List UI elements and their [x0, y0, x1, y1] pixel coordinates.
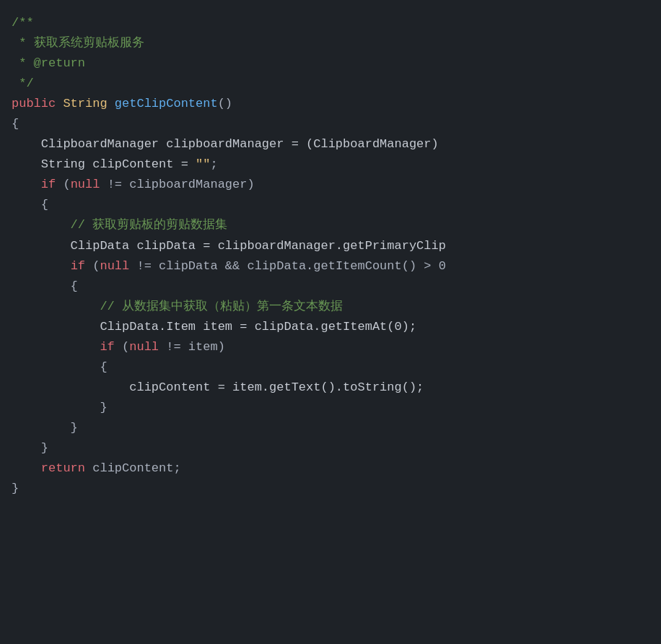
code-token: != clipData && clipData.getItemCount() >…: [129, 256, 446, 277]
code-token: (: [115, 337, 129, 357]
code-token-null: null: [129, 337, 159, 357]
code-token: (: [85, 256, 100, 277]
code-token-keyword: return: [41, 458, 85, 479]
code-token: }: [12, 398, 108, 418]
code-token: {: [12, 277, 78, 297]
code-line-6: {: [12, 114, 661, 134]
code-token: }: [12, 418, 78, 438]
code-line-24: }: [12, 479, 661, 499]
code-token: (: [56, 175, 70, 195]
code-line-10: {: [12, 195, 661, 215]
code-line-23: return clipContent;: [12, 458, 661, 479]
code-line-14: {: [12, 277, 661, 297]
code-line-17: if (null != item): [12, 337, 661, 357]
code-line-1: /**: [12, 13, 661, 33]
code-token: String clipContent =: [12, 155, 196, 175]
code-token: != clipboardManager): [100, 175, 254, 195]
code-token-type: String: [63, 94, 107, 114]
code-editor: /** * 获取系统剪贴板服务 * @return */ public Stri…: [0, 0, 661, 644]
code-line-12: ClipData clipData = clipboardManager.get…: [12, 236, 661, 256]
code-token-string: "": [196, 155, 210, 175]
code-token: [12, 256, 71, 277]
code-token: ClipData.Item item = clipData.getItemAt(…: [12, 317, 416, 337]
code-token-null: null: [100, 256, 129, 277]
code-token: ;: [210, 155, 217, 175]
code-token: /**: [12, 13, 34, 33]
code-token-method: getClipContent: [115, 94, 218, 114]
code-token: }: [12, 438, 48, 458]
code-token: [12, 337, 100, 357]
code-token: [12, 175, 41, 195]
code-line-22: }: [12, 438, 661, 458]
code-token: (): [218, 94, 232, 114]
code-line-8: String clipContent = "";: [12, 155, 661, 175]
code-token-comment: // 从数据集中获取（粘贴）第一条文本数据: [12, 297, 343, 317]
code-token: ClipboardManager clipboardManager = (Cli…: [12, 134, 439, 155]
code-token-keyword: public: [12, 94, 56, 114]
code-line-19: clipContent = item.getText().toString();: [12, 378, 661, 398]
code-token: ClipData clipData = clipboardManager.get…: [12, 236, 446, 256]
code-line-2: * 获取系统剪贴板服务: [12, 33, 661, 53]
code-token: {: [12, 195, 48, 215]
code-token-comment: // 获取剪贴板的剪贴数据集: [12, 215, 227, 235]
code-token-null: null: [71, 175, 100, 195]
code-token: {: [12, 114, 19, 134]
code-token: clipContent = item.getText().toString();: [12, 378, 424, 398]
code-line-7: ClipboardManager clipboardManager = (Cli…: [12, 134, 661, 155]
code-line-9: if (null != clipboardManager): [12, 175, 661, 195]
code-token-keyword: if: [41, 175, 56, 195]
code-line-15: // 从数据集中获取（粘贴）第一条文本数据: [12, 297, 661, 317]
code-line-18: {: [12, 357, 661, 378]
code-token: != item): [159, 337, 225, 357]
code-token-keyword: if: [100, 337, 114, 357]
code-token: [108, 94, 115, 114]
code-token: }: [12, 479, 19, 499]
code-line-20: }: [12, 398, 661, 418]
code-line-21: }: [12, 418, 661, 438]
code-line-5: public String getClipContent (): [12, 94, 661, 114]
code-token: * @return: [12, 53, 85, 74]
code-token-keyword: if: [71, 256, 85, 277]
code-line-11: // 获取剪贴板的剪贴数据集: [12, 215, 661, 235]
code-token: clipContent;: [85, 458, 181, 479]
code-line-4: */: [12, 74, 661, 94]
code-line-13: if (null != clipData && clipData.getItem…: [12, 256, 661, 277]
code-token: * 获取系统剪贴板服务: [12, 33, 144, 53]
code-line-3: * @return: [12, 53, 661, 74]
code-token: */: [12, 74, 34, 94]
code-line-16: ClipData.Item item = clipData.getItemAt(…: [12, 317, 661, 337]
code-token: [12, 458, 41, 479]
code-token: [56, 94, 63, 114]
code-token: {: [12, 357, 108, 378]
